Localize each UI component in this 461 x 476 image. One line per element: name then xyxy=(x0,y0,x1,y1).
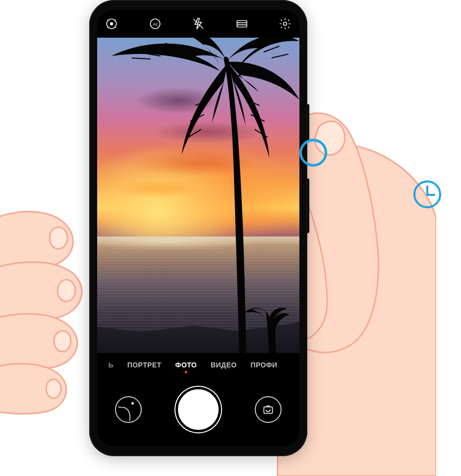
svg-point-13 xyxy=(284,22,287,26)
ai-mode-icon[interactable]: AI xyxy=(147,15,164,32)
settings-icon[interactable] xyxy=(277,15,293,32)
phone-frame: AI xyxy=(89,0,307,456)
camera-controls xyxy=(97,377,299,446)
camera-topbar: AI xyxy=(97,10,299,38)
mode-partial[interactable]: Ь xyxy=(108,361,113,369)
power-button[interactable] xyxy=(307,104,309,141)
power-button-highlight-icon xyxy=(299,139,327,167)
gallery-dot-icon xyxy=(131,402,134,405)
svg-point-2 xyxy=(58,280,75,301)
mode-photo[interactable]: ФОТО xyxy=(175,361,197,369)
svg-point-6 xyxy=(110,22,114,26)
mode-pro[interactable]: ПРОФИ xyxy=(250,361,277,369)
svg-point-3 xyxy=(54,331,71,352)
shutter-button[interactable] xyxy=(178,389,219,430)
viewfinder-palm xyxy=(97,38,299,353)
camera-app-screen: AI xyxy=(97,10,299,446)
camera-viewfinder[interactable] xyxy=(97,38,299,353)
aspect-ratio-icon[interactable] xyxy=(233,15,250,32)
camera-mode-strip: Ь ПОРТРЕТ ФОТО ВИДЕО ПРОФИ xyxy=(97,353,299,377)
mode-portrait[interactable]: ПОРТРЕТ xyxy=(127,361,162,369)
motion-photo-icon[interactable] xyxy=(103,15,120,32)
flash-off-icon[interactable] xyxy=(190,15,207,32)
svg-text:AI: AI xyxy=(153,21,157,27)
svg-point-4 xyxy=(46,379,61,398)
volume-button[interactable] xyxy=(307,178,309,233)
svg-point-1 xyxy=(50,227,67,249)
illustration-stage: AI xyxy=(0,0,461,476)
svg-rect-10 xyxy=(237,21,247,27)
mode-video[interactable]: ВИДЕО xyxy=(211,361,236,369)
long-press-clock-icon xyxy=(411,178,443,210)
svg-rect-14 xyxy=(264,407,272,414)
switch-camera-button[interactable] xyxy=(255,396,282,423)
gallery-button[interactable] xyxy=(115,396,142,423)
